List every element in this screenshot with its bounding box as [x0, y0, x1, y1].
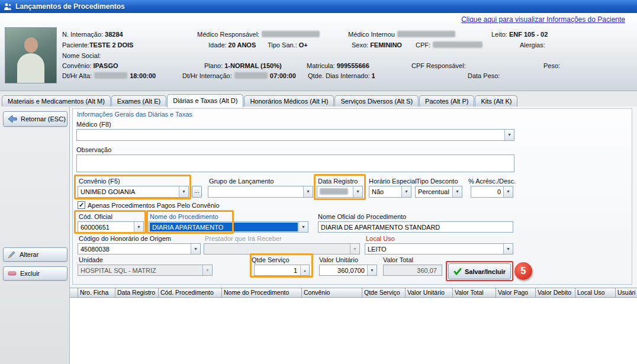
apenas-pagos-label: Apenas Procedimentos Pagos Pelo Convênio	[88, 202, 220, 209]
leito-label: Leito:	[491, 31, 507, 38]
grupo-lancamento-combo[interactable]: ▼	[208, 186, 313, 198]
grid-col-icon[interactable]	[70, 288, 78, 298]
matricula-value: 999555666	[337, 62, 369, 69]
retornar-button[interactable]: Retornar (ESC)	[3, 111, 67, 127]
cod-honorario-label: Código do Honorário de Origem	[79, 235, 171, 242]
dthr-internacao-time: 07:00:00	[270, 72, 296, 79]
grid-col-nro-ficha[interactable]: Nro. Ficha	[78, 288, 115, 298]
horario-especial-combo[interactable]: Não ▼	[369, 186, 411, 198]
tab-pacotes[interactable]: Pacotes (Alt P)	[419, 95, 474, 107]
tab-servicos[interactable]: Serviços Diversos (Alt S)	[334, 95, 419, 107]
chevron-down-icon[interactable]: ▼	[503, 186, 513, 197]
app-window: Lançamentos de Procedimentos Clique aqui…	[0, 0, 637, 364]
grid-col-valor-total[interactable]: Valor Total	[453, 288, 496, 298]
grid-col-usuario[interactable]: Usuári	[616, 288, 637, 298]
tab-honorarios[interactable]: Honorários Médicos (Alt H)	[244, 95, 334, 107]
cpf-label: CPF:	[416, 41, 430, 49]
qtde-dias-value: 1	[372, 72, 375, 79]
local-uso-label: Local Uso	[366, 235, 395, 242]
tab-exames[interactable]: Exames (Alt E)	[111, 95, 166, 107]
chevron-down-icon[interactable]: ▼	[401, 186, 411, 197]
observacao-input[interactable]	[76, 154, 514, 172]
grid-col-local-uso[interactable]: Local Uso	[575, 288, 616, 298]
chevron-down-icon: ▼	[202, 265, 212, 275]
data-registro-combo[interactable]: ▼	[317, 186, 363, 198]
tab-diarias-taxas[interactable]: Diárias e Taxas (Alt D)	[167, 94, 243, 107]
valor-unitario-combo[interactable]: 360,0700 ▼	[319, 265, 377, 276]
convenio-combo[interactable]: UNIMED GOIANIA ▼	[78, 186, 189, 198]
convenio-f5-label: Convênio (F5)	[79, 178, 120, 185]
tab-strip: Materiais e Medicamentos (Alt M)Exames (…	[2, 94, 518, 107]
convenio-value: IPASGO	[94, 62, 118, 69]
chevron-down-icon[interactable]: ▼	[298, 222, 308, 232]
nome-procedimento-combo[interactable]: DIARIA APARTAMENTO ▼	[149, 221, 308, 233]
plano-value: 1-NORMAL (150%)	[224, 62, 281, 69]
patient-info-link[interactable]: Clique aqui para visualizar Informações …	[461, 15, 625, 24]
valor-unitario-value: 360,0700	[337, 267, 365, 274]
unidade-value: HOSPITAL SQL - MATRIZ	[81, 267, 156, 274]
medico-internou-field: Médico Internou	[348, 31, 458, 38]
grid-col-nome-procedimento[interactable]: Nome do Procedimento	[222, 288, 302, 298]
chevron-down-icon[interactable]: ▼	[353, 186, 362, 197]
dthr-alta-field: Dt/Hr Alta:18:00:00	[62, 72, 156, 79]
apenas-pagos-checkbox[interactable]: ✓	[78, 201, 85, 209]
nome-oficial-input[interactable]: DIARIA DE APARTAMENTO STANDARD	[318, 221, 513, 233]
plano-field: Plano:1-NORMAL (150%)	[204, 62, 282, 69]
dthr-alta-time: 18:00:00	[130, 72, 156, 79]
matricula-label: Matricula:	[307, 62, 335, 69]
chevron-down-icon[interactable]: ▼	[367, 265, 377, 275]
tipo-desconto-combo[interactable]: Percentual ▼	[415, 186, 462, 198]
alterar-button[interactable]: Alterar	[3, 247, 67, 262]
tipo-desconto-label: Tipo Desconto	[416, 178, 458, 185]
grid-col-valor-debito[interactable]: Valor Debito	[536, 288, 575, 298]
grid-col-qtde-servico[interactable]: Qtde Serviço	[362, 288, 406, 298]
dthr-internacao-field: Dt/Hr Internação:07:00:00	[182, 72, 296, 79]
chevron-down-icon[interactable]: ▼	[452, 186, 462, 197]
tab-materiais[interactable]: Materiais e Medicamentos (Alt M)	[2, 95, 111, 107]
salvar-incluir-button[interactable]: Salvar/Incluir	[448, 263, 511, 279]
medico-responsavel-field: Médico Responsável:	[197, 31, 322, 38]
spin-up-icon[interactable]: ▲	[301, 265, 309, 276]
chevron-down-icon[interactable]: ▼	[134, 222, 143, 232]
acresc-combo[interactable]: 0 ▼	[471, 186, 513, 198]
chevron-down-icon[interactable]: ▼	[191, 244, 200, 254]
convenio-browse-button[interactable]: ...	[192, 186, 202, 198]
chevron-down-icon[interactable]: ▼	[504, 130, 514, 140]
action-sidebar: Retornar (ESC) Alterar Excluir	[0, 107, 70, 364]
medico-responsavel-label: Médico Responsável:	[197, 31, 259, 38]
tipo-san-label: Tipo San.:	[268, 41, 297, 49]
dthr-alta-label: Dt/Hr Alta:	[62, 72, 92, 79]
valor-total-value: 360,07	[417, 267, 437, 274]
chevron-down-icon[interactable]: ▼	[503, 244, 513, 254]
prestador-combo: ▼	[204, 243, 360, 255]
alterar-label: Alterar	[20, 251, 38, 258]
grid-col-convenio[interactable]: Convênio	[302, 288, 362, 298]
grid-body[interactable]	[70, 298, 637, 364]
back-arrow-icon	[8, 115, 17, 123]
excluir-button[interactable]: Excluir	[3, 266, 67, 281]
nome-oficial-value: DIARIA DE APARTAMENTO STANDARD	[321, 224, 440, 231]
cod-oficial-combo[interactable]: 60000651 ▼	[78, 221, 144, 233]
chevron-down-icon[interactable]: ▼	[179, 186, 188, 197]
cpf-field: CPF:	[416, 41, 485, 49]
cod-oficial-value: 60000651	[81, 224, 110, 231]
qtde-dias-field: Qtde. Dias Internado:1	[308, 72, 375, 79]
chevron-down-icon: ▼	[350, 244, 359, 254]
grid-col-valor-pago[interactable]: Valor Pago	[496, 288, 536, 298]
nome-procedimento-label: Nome do Procedimento	[150, 213, 218, 220]
cod-honorario-combo[interactable]: 45080038 ▼	[78, 243, 201, 255]
grid-col-valor-unitario[interactable]: Valor Unitário	[406, 288, 453, 298]
idade-label: Idade:	[208, 41, 227, 49]
qtde-servico-input[interactable]: 1 ▲▼	[254, 265, 310, 276]
tipo-desconto-value: Percentual	[418, 188, 449, 195]
salvar-label: Salvar/Incluir	[465, 268, 506, 275]
local-uso-combo[interactable]: LEITO ▼	[365, 243, 513, 255]
sexo-label: Sexo:	[352, 41, 368, 49]
chevron-down-icon[interactable]: ▼	[303, 186, 313, 197]
grid-col-cod-procedimento[interactable]: Cód. Procedimento	[159, 288, 222, 298]
grid-col-data-registro[interactable]: Data Registro	[115, 288, 159, 298]
observacao-label: Observação	[76, 146, 111, 153]
tab-kits[interactable]: Kits (Alt K)	[475, 95, 517, 107]
medico-combo[interactable]: ▼	[76, 129, 514, 141]
convenio-value: UNIMED GOIANIA	[81, 188, 135, 195]
